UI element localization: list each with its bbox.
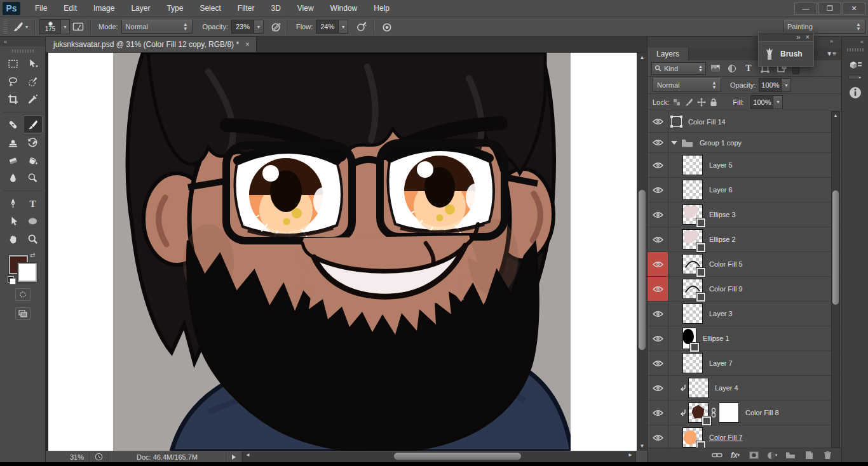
visibility-toggle[interactable] — [648, 425, 668, 448]
lock-all-icon[interactable] — [710, 98, 717, 107]
tool-lasso[interactable] — [3, 72, 23, 90]
tool-move[interactable] — [23, 55, 43, 72]
menu-file[interactable]: File — [27, 1, 55, 15]
vertical-scrollbar[interactable]: ▲ ▼ — [637, 53, 647, 451]
link-layers-icon[interactable] — [710, 450, 723, 460]
scroll-up-icon[interactable]: ▲ — [637, 55, 647, 60]
filter-type-layers-icon[interactable]: T — [742, 62, 756, 75]
menu-window[interactable]: Window — [322, 1, 366, 15]
layer-thumbnail[interactable] — [682, 155, 703, 175]
layer-row-color-fill-9[interactable]: Color Fill 9 — [648, 277, 841, 302]
opacity-pressure-button[interactable] — [268, 20, 284, 34]
default-colors-icon[interactable] — [8, 276, 16, 284]
scroll-left-icon[interactable]: ◄ — [245, 452, 250, 458]
status-popup-button[interactable] — [226, 451, 242, 462]
options-grip[interactable] — [3, 20, 8, 34]
layers-scroll-thumb[interactable] — [832, 190, 839, 305]
brush-panel-collapse-button[interactable]: » — [796, 33, 800, 41]
tool-blur[interactable] — [3, 169, 23, 187]
layer-thumbnail[interactable] — [682, 204, 703, 225]
layer-thumbnail[interactable] — [682, 353, 703, 373]
tools-collapse-button[interactable]: « — [0, 37, 45, 46]
document-tab[interactable]: juksnksavatar.psd @ 31% (Color Fill 12 c… — [46, 37, 257, 52]
menu-edit[interactable]: Edit — [55, 1, 85, 15]
lock-transparency-icon[interactable] — [673, 98, 681, 106]
layer-row-color-fill-8[interactable]: Color Fill 8 — [648, 401, 841, 425]
tab-layers[interactable]: Layers — [648, 48, 689, 60]
tool-hand[interactable] — [3, 230, 23, 248]
visibility-toggle[interactable] — [648, 401, 668, 425]
layer-mask-thumbnail[interactable] — [719, 403, 739, 423]
layer-thumbnail[interactable] — [682, 180, 703, 200]
new-adjustment-layer-icon[interactable]: ▾ — [766, 450, 778, 460]
layer-styles-icon[interactable]: fx▾ — [729, 450, 742, 460]
layer-row-layer-5[interactable]: Layer 5 — [648, 153, 841, 178]
visibility-toggle[interactable] — [648, 326, 668, 350]
tool-stamp[interactable] — [3, 133, 23, 151]
menu-help[interactable]: Help — [365, 1, 398, 15]
menu-view[interactable]: View — [289, 1, 322, 15]
blend-mode-select[interactable]: Normal▲▼ — [121, 20, 193, 34]
horizontal-scroll-thumb[interactable] — [394, 453, 521, 460]
tab-close-icon[interactable]: × — [245, 40, 250, 49]
layer-thumbnail[interactable] — [682, 254, 703, 274]
status-clock-icon[interactable] — [90, 451, 109, 462]
screen-mode-button[interactable] — [15, 307, 31, 320]
layer-thumbnail[interactable] — [682, 427, 703, 448]
fill-layer-mask-icon[interactable] — [671, 116, 682, 127]
tool-healing[interactable] — [3, 116, 23, 133]
tool-marquee[interactable] — [3, 55, 23, 72]
tool-brush[interactable] — [23, 116, 43, 133]
brush-panel-close-icon[interactable]: × — [806, 33, 810, 41]
opacity-field[interactable]: 23%▼ — [231, 20, 264, 34]
lock-position-icon[interactable] — [697, 98, 706, 107]
swap-colors-icon[interactable]: ⇄ — [30, 251, 35, 258]
tool-pathselect[interactable] — [3, 212, 23, 230]
horizontal-scrollbar[interactable]: ◄ ► — [242, 451, 635, 462]
info-panel-button[interactable] — [846, 84, 864, 101]
panel-menu-icon[interactable]: ▼≡ — [826, 50, 836, 57]
flow-pressure-button[interactable] — [379, 20, 395, 34]
tool-preset-picker[interactable]: ▾ — [10, 20, 31, 34]
properties-panel-button[interactable] — [846, 58, 864, 75]
filter-adjustment-layers-icon[interactable] — [725, 62, 739, 75]
tools-grip[interactable] — [12, 50, 34, 53]
tool-bucket[interactable] — [23, 151, 43, 169]
tool-historybrush[interactable] — [23, 133, 43, 151]
layer-row-layer-4[interactable]: Layer 4 — [648, 376, 841, 401]
restore-button[interactable]: ❐ — [818, 3, 841, 15]
tool-crop[interactable] — [3, 90, 23, 108]
layer-thumbnail[interactable] — [682, 303, 703, 324]
visibility-toggle[interactable] — [648, 203, 668, 227]
visibility-toggle[interactable] — [648, 227, 668, 251]
layer-thumbnail[interactable] — [682, 229, 703, 250]
layer-blend-mode-select[interactable]: Normal▲▼ — [653, 78, 721, 92]
group-expand-triangle[interactable] — [671, 141, 677, 145]
add-layer-mask-icon[interactable] — [747, 450, 760, 460]
layer-thumbnail[interactable] — [682, 328, 696, 349]
background-color-swatch[interactable] — [18, 263, 37, 282]
delete-layer-icon[interactable] — [821, 450, 834, 460]
menu-layer[interactable]: Layer — [123, 1, 158, 15]
visibility-toggle[interactable] — [648, 351, 668, 375]
layer-row-layer-7[interactable]: Layer 7 — [648, 351, 841, 376]
tool-zoom[interactable] — [23, 230, 43, 248]
layer-fill-field[interactable]: 100%▼ — [750, 95, 783, 109]
filter-kind-select[interactable]: Kind ▲▼ — [651, 62, 706, 75]
tool-type[interactable]: T — [23, 194, 43, 212]
tool-eyedropper[interactable] — [23, 90, 43, 108]
layer-thumbnail[interactable] — [682, 279, 703, 299]
visibility-toggle[interactable] — [648, 153, 668, 177]
minimize-button[interactable]: — — [794, 3, 817, 15]
tool-quickselect[interactable] — [23, 72, 43, 90]
close-button[interactable]: ✕ — [843, 3, 865, 15]
layer-row-color-fill-7[interactable]: Color Fill 7 — [648, 425, 841, 448]
tool-eraser[interactable] — [3, 151, 23, 169]
visibility-toggle[interactable] — [648, 277, 668, 301]
lock-pixels-icon[interactable] — [684, 98, 693, 107]
scroll-up-icon[interactable]: ▲ — [832, 113, 839, 117]
properties-flyout[interactable]: ▾ — [848, 75, 862, 79]
filter-pixel-layers-icon[interactable] — [709, 62, 722, 75]
panel-collapse-button[interactable]: » — [830, 38, 832, 44]
layer-row-layer-3[interactable]: Layer 3 — [648, 302, 841, 326]
